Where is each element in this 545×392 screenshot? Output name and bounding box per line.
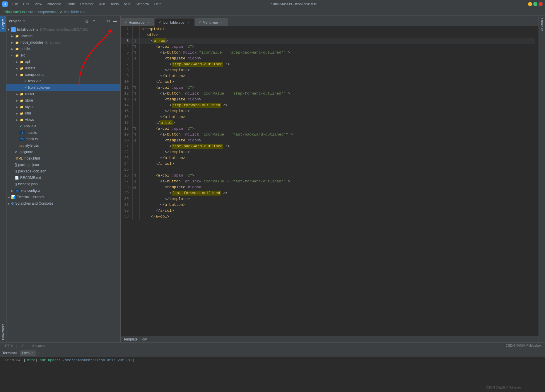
minimize-button[interactable] — [528, 2, 532, 6]
code-content-3[interactable]: <a-row> — [139, 38, 535, 44]
code-content-10[interactable]: </a-col> — [139, 79, 535, 85]
menu-help[interactable]: Help — [152, 1, 164, 7]
code-scroll-area[interactable]: 1 <template> 2 <div> 3 − <a-ro — [121, 26, 535, 336]
tree-utils[interactable]: ▶ 📁 utils — [6, 110, 120, 117]
code-content-16[interactable]: </a-button> — [139, 114, 535, 120]
menu-file[interactable]: File — [10, 1, 20, 7]
structure-panel-tab[interactable]: Structure — [539, 16, 545, 34]
code-content-33[interactable]: </a-col> — [139, 214, 535, 220]
settings-icon[interactable]: ⚙ — [105, 18, 111, 24]
code-content-8[interactable]: </template> — [139, 67, 535, 73]
fold-icon[interactable]: − — [133, 174, 136, 177]
fold-icon[interactable]: − — [133, 98, 136, 101]
code-content-30[interactable]: </template> — [139, 196, 535, 202]
fold-icon[interactable]: − — [133, 180, 136, 183]
menu-vcs[interactable]: VCS — [122, 1, 134, 7]
menu-refactor[interactable]: Refactor — [78, 1, 96, 7]
tree-router[interactable]: ▶ 📁 router — [6, 91, 120, 97]
tree-package-lock-json[interactable]: ▶ {} package-lock.json — [6, 168, 120, 174]
code-content-25[interactable] — [139, 167, 535, 173]
tree-package-json[interactable]: ▶ {} package.json — [6, 162, 120, 168]
code-content-6[interactable]: <template #icon> — [139, 56, 535, 61]
collapse-icon[interactable]: ≡ — [91, 18, 97, 24]
tab-menu-vue-close[interactable]: × — [220, 20, 224, 25]
code-content-24[interactable]: </a-col> — [139, 161, 535, 167]
code-content-19[interactable]: <a-button @click="iconValue = 'fast-back… — [139, 132, 535, 138]
tree-public[interactable]: ▶ 📁 public — [6, 46, 120, 52]
code-content-9[interactable]: </a-button> — [139, 73, 535, 79]
code-content-17[interactable]: </a-col> — [139, 120, 535, 126]
fold-icon[interactable]: − — [133, 186, 136, 189]
tab-home-vue-close[interactable]: × — [146, 20, 151, 25]
menu-view[interactable]: View — [32, 1, 45, 7]
tree-app-vue[interactable]: ▶ ✓ App.vue — [6, 123, 120, 129]
tree-external-libraries[interactable]: ▶ 📊 External Libraries — [6, 194, 120, 200]
tree-main-ts[interactable]: ▶ TS main.ts — [6, 129, 120, 136]
code-content-26[interactable]: <a-col :span="2"> — [139, 173, 535, 179]
code-content-13[interactable]: <template #icon> — [139, 97, 535, 102]
tree-tsconfig-json[interactable]: ▶ {} tsconfig.json — [6, 181, 120, 187]
tree-views[interactable]: ▶ 📁 views — [6, 117, 120, 123]
tree-icontable-vue[interactable]: ▶ ✓ IconTable.vue — [6, 84, 120, 91]
code-content-22[interactable]: </template> — [139, 149, 535, 155]
breadcrumb-file[interactable]: IconTable.vue — [59, 10, 86, 14]
menu-navigate[interactable]: Navigate — [45, 1, 64, 7]
tree-api[interactable]: ▶ 📁 api — [6, 59, 120, 65]
close-button[interactable] — [539, 2, 543, 6]
tree-index-html[interactable]: ▶ HTML index.html — [6, 155, 120, 162]
fold-icon[interactable]: − — [133, 127, 136, 130]
sidebar-dropdown-arrow[interactable]: ▾ — [23, 19, 25, 23]
menu-tools[interactable]: Tools — [108, 1, 121, 7]
code-content-5[interactable]: <a-button @click="iconValue = 'step-back… — [139, 50, 535, 56]
tab-icontable-vue-close[interactable]: × — [186, 20, 190, 25]
code-content-1[interactable]: <template> — [139, 26, 535, 32]
code-content-32[interactable]: </a-col> — [139, 208, 535, 214]
code-content-20[interactable]: <template #icon> — [139, 138, 535, 143]
options-icon[interactable]: ⋮ — [98, 18, 104, 24]
locate-icon[interactable]: ⊕ — [84, 18, 90, 24]
editor-content[interactable]: 1 <template> 2 <div> 3 − <a-ro — [121, 26, 539, 336]
fold-icon[interactable]: − — [133, 40, 136, 42]
breadcrumb-src[interactable]: src — [28, 10, 33, 14]
terminal-add-button[interactable]: + — [37, 350, 40, 356]
fold-icon[interactable]: − — [133, 139, 136, 142]
fold-icon[interactable]: − — [133, 45, 136, 48]
fold-icon[interactable]: − — [133, 51, 136, 54]
fold-icon[interactable]: − — [133, 86, 136, 89]
tab-icontable-vue[interactable]: ✓ IconTable.vue × — [155, 18, 194, 26]
code-content-12[interactable]: <a-button @click="iconValue = 'step-forw… — [139, 91, 535, 97]
code-content-27[interactable]: <a-button @click="iconValue = 'fast-forw… — [139, 179, 535, 184]
tree-style-css[interactable]: ▶ css style.css — [6, 142, 120, 149]
fold-icon[interactable]: − — [133, 92, 136, 95]
code-content-15[interactable]: </template> — [139, 108, 535, 114]
terminal-arrow-button[interactable]: ⌄ — [42, 351, 45, 355]
menu-window[interactable]: Window — [134, 1, 151, 7]
breadcrumb-project[interactable]: bilibili-vue3-ts — [4, 10, 25, 14]
tree-styles[interactable]: ▶ 📁 styles — [6, 104, 120, 110]
tree-store[interactable]: ▶ 📁 store — [6, 97, 120, 104]
code-content-18[interactable]: <a-col :span="2"> — [139, 126, 535, 132]
menu-edit[interactable]: Edit — [21, 1, 32, 7]
tree-assets[interactable]: ▶ 📁 assets — [6, 65, 120, 71]
tree-icon-vue[interactable]: ▶ ✓ Icon.vue — [6, 78, 120, 84]
project-panel-tab[interactable]: Project — [0, 16, 6, 32]
code-content-14[interactable]: <step-forward-outlined /> — [139, 102, 535, 108]
code-content-21[interactable]: <fast-backward-outlined /> — [139, 143, 535, 149]
tree-vscode[interactable]: ▶ 📁 .vscode — [6, 33, 120, 39]
code-content-31[interactable]: </a-button> — [139, 202, 535, 208]
tab-menu-vue[interactable]: ✓ Menu.vue × — [195, 18, 228, 26]
fold-icon[interactable]: − — [133, 133, 136, 136]
code-content-2[interactable]: <div> — [139, 32, 535, 38]
tree-src[interactable]: ▾ 📁 src — [6, 52, 120, 59]
tree-vite-config-ts[interactable]: ▶ TS vite.config.ts — [6, 187, 120, 194]
code-content-28[interactable]: <template #icon> — [139, 184, 535, 190]
bookmarks-panel-tab[interactable]: Bookmarks — [0, 321, 6, 342]
tree-scratches[interactable]: ▶ ⊙ Scratches and Consoles — [6, 200, 120, 207]
tree-components[interactable]: ▾ 📁 components — [6, 71, 120, 78]
fold-icon[interactable]: − — [133, 57, 136, 60]
tree-mock-ts[interactable]: ▶ TS mock.ts — [6, 136, 120, 142]
hide-icon[interactable]: — — [112, 18, 118, 24]
breadcrumb-components[interactable]: components — [37, 10, 56, 14]
code-content-4[interactable]: <a-col :span="2"> — [139, 44, 535, 50]
terminal-content[interactable]: 09:19:34 [vite] hmr update /src/componen… — [0, 357, 545, 384]
